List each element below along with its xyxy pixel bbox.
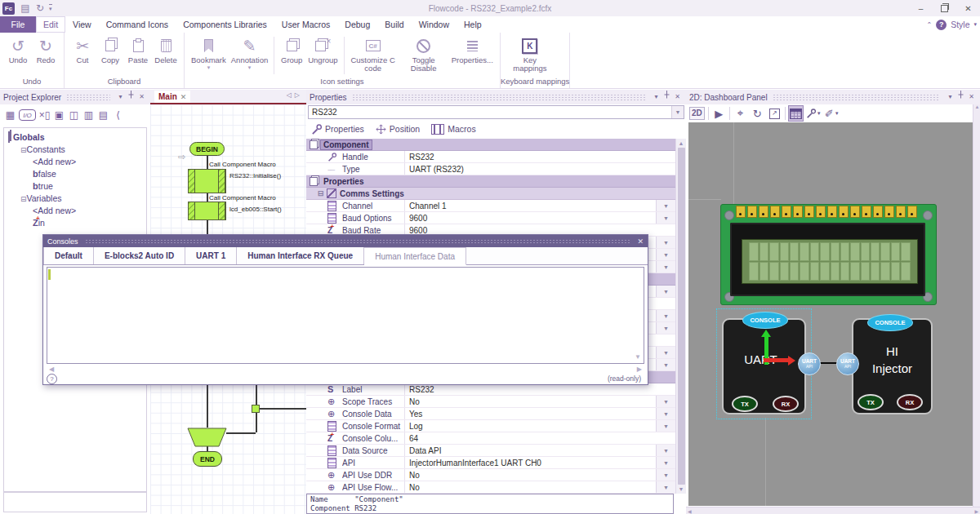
dropdown-arrow-icon[interactable]: ▼: [656, 286, 675, 297]
scroll-right-icon[interactable]: ▶: [974, 508, 978, 514]
grid-button[interactable]: [789, 106, 803, 121]
flow-macro-rs232-init[interactable]: [188, 169, 226, 193]
menu-user-macros[interactable]: User Macros: [274, 16, 338, 33]
variables-grid-icon[interactable]: ▦: [4, 109, 16, 122]
property-row-data-source[interactable]: Data SourceData API▼: [306, 445, 675, 457]
menu-command-icons[interactable]: Command Icons: [99, 16, 176, 33]
menu-help[interactable]: Help: [457, 16, 489, 33]
tree-item-globals[interactable]: Globals: [4, 131, 146, 143]
collapse-icon[interactable]: ⊟: [316, 189, 325, 197]
style-dropdown-icon[interactable]: ▾: [973, 21, 977, 28]
consoles-close-icon[interactable]: ✕: [637, 237, 644, 246]
dropdown-arrow-icon[interactable]: ▼: [656, 359, 675, 370]
fit-button[interactable]: ↗: [768, 106, 782, 121]
property-row-channel[interactable]: ChannelChannel 1▼: [306, 200, 675, 212]
dropdown-arrow-icon[interactable]: ▼: [656, 396, 675, 407]
tab-properties[interactable]: Properties: [311, 124, 364, 135]
property-value[interactable]: UART (RS232): [404, 163, 675, 175]
close-button[interactable]: ✕: [956, 0, 980, 16]
dropdown-arrow-icon[interactable]: ▼: [656, 408, 675, 419]
copy-button[interactable]: Copy: [96, 35, 124, 76]
menu-build[interactable]: Build: [377, 16, 411, 33]
tree-item-in[interactable]: Z+in: [4, 216, 146, 228]
console-output-area[interactable]: ▼: [47, 267, 644, 364]
property-value[interactable]: No: [404, 396, 656, 407]
properties-scrollbar[interactable]: ▲ ▼: [675, 139, 686, 494]
menu-view[interactable]: View: [65, 16, 99, 33]
console-tab-uart-1[interactable]: UART 1: [185, 247, 237, 264]
uart-api-port[interactable]: UART API: [798, 352, 821, 375]
dropdown-arrow-icon[interactable]: ▼: [656, 347, 675, 358]
dropdown-arrow-icon[interactable]: ▼: [656, 457, 675, 468]
flow-connection-point[interactable]: [252, 405, 260, 413]
hi-rx-badge[interactable]: RX: [897, 394, 923, 410]
panel-drag-dots[interactable]: [352, 94, 646, 100]
customize-quick-access-icon[interactable]: ▾: [49, 4, 52, 12]
consoles-drag-dots[interactable]: [85, 239, 631, 244]
collapse-arrow-icon[interactable]: ⟨: [112, 109, 124, 122]
panel-drag-dots[interactable]: [66, 94, 110, 100]
panel-drag-dots[interactable]: [773, 94, 940, 100]
save-icon[interactable]: ▤: [18, 1, 33, 16]
macro-box-icon[interactable]: ▣: [53, 109, 65, 122]
menu-components-libraries[interactable]: Components Libraries: [176, 16, 274, 33]
panel-menu-icon[interactable]: ▾: [651, 90, 662, 104]
collapse-ribbon-icon[interactable]: ⌃: [926, 21, 932, 29]
properties-button[interactable]: Properties...: [449, 35, 496, 76]
tree-item-true[interactable]: btrue: [4, 179, 146, 192]
console-scroll-down-icon[interactable]: ▼: [635, 353, 641, 361]
ungroup-button[interactable]: ×Ungroup: [305, 35, 340, 76]
console-help-icon[interactable]: ?: [47, 374, 57, 384]
dropdown-arrow-icon[interactable]: ▼: [656, 261, 675, 273]
restore-button[interactable]: [933, 0, 956, 16]
chevron-down-icon[interactable]: ▼: [671, 106, 684, 118]
dropdown-arrow-icon[interactable]: ▼: [656, 469, 675, 481]
pin-icon[interactable]: [662, 90, 672, 104]
tab-main[interactable]: Main ✕: [154, 91, 190, 103]
property-value[interactable]: 9600: [404, 212, 656, 224]
hi-tx-badge[interactable]: TX: [858, 394, 884, 410]
console-hscrollbar[interactable]: ◀ ▶: [47, 364, 644, 374]
close-panel-icon[interactable]: ✕: [672, 90, 683, 104]
property-value[interactable]: No: [404, 481, 656, 493]
component-stripe-icon[interactable]: ▤: [97, 109, 109, 122]
undo-button[interactable]: ↺Undo: [4, 35, 32, 76]
consoles-titlebar[interactable]: Consoles ✕: [43, 235, 648, 247]
tree-item--add-new-[interactable]: <Add new>: [4, 155, 146, 167]
scroll-right-icon[interactable]: ▶: [637, 366, 642, 373]
dashboard-canvas[interactable]: CONSOLE UART UART API TX RX CONSOLE HI I…: [688, 122, 973, 506]
key-button[interactable]: KKey mappings: [505, 35, 555, 76]
property-value[interactable]: Log: [404, 420, 656, 432]
hi-api-port[interactable]: UART API: [836, 352, 859, 375]
scroll-up-icon[interactable]: ▲: [679, 140, 684, 146]
lcd-component[interactable]: [720, 204, 937, 305]
pan-button[interactable]: ⌖: [733, 106, 747, 121]
close-panel-icon[interactable]: ✕: [966, 90, 977, 104]
tab-macros[interactable]: Macros: [431, 124, 475, 135]
flow-macro-lcd-start[interactable]: [188, 202, 226, 220]
menu-edit[interactable]: Edit: [36, 16, 65, 33]
property-value[interactable]: RS232: [404, 383, 675, 395]
menu-debug[interactable]: Debug: [337, 16, 377, 33]
panel-menu-icon[interactable]: ▾: [945, 90, 956, 104]
property-value[interactable]: Yes: [404, 408, 656, 419]
menu-window[interactable]: Window: [412, 16, 457, 33]
flow-end-node[interactable]: END: [193, 451, 222, 467]
dashboard-vscrollbar[interactable]: ▲: [973, 104, 980, 507]
menu-file[interactable]: File: [0, 16, 36, 33]
uart-console-badge[interactable]: CONSOLE: [742, 312, 788, 329]
component-fill-icon[interactable]: ▥: [82, 109, 95, 122]
component-connect-icon[interactable]: ◫: [68, 109, 80, 122]
run-button[interactable]: ▶: [712, 106, 726, 121]
rotate-button[interactable]: ↻: [751, 106, 764, 121]
delete-macro-icon[interactable]: ×▯: [38, 109, 51, 122]
redo-button[interactable]: ↻Redo: [32, 35, 60, 76]
flow-loop-end-node[interactable]: [187, 428, 228, 448]
property-row-console-data[interactable]: ⊕Console DataYes▼: [306, 408, 675, 420]
bookmark-button[interactable]: Bookmark▼: [189, 35, 229, 76]
pin-icon[interactable]: [126, 90, 136, 104]
component-selector[interactable]: RS232 ▼: [308, 105, 684, 119]
property-value[interactable]: No: [404, 469, 656, 481]
dropdown-arrow-icon[interactable]: ▼: [206, 65, 211, 70]
help-icon[interactable]: ?: [936, 20, 947, 30]
